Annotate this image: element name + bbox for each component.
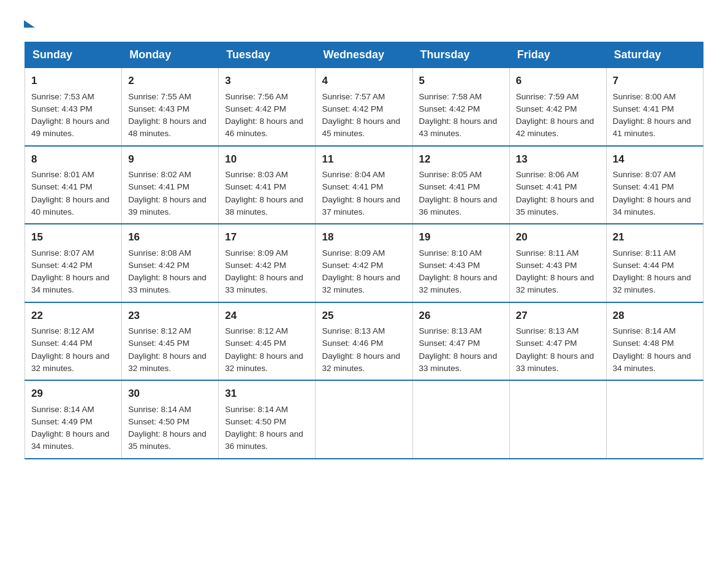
col-header-tuesday: Tuesday bbox=[219, 42, 316, 68]
day-number: 27 bbox=[516, 308, 600, 324]
day-number: 22 bbox=[31, 308, 115, 324]
calendar-cell bbox=[412, 380, 509, 459]
calendar-cell: 20Sunrise: 8:11 AMSunset: 4:43 PMDayligh… bbox=[509, 224, 606, 302]
day-number: 9 bbox=[128, 151, 212, 167]
calendar-cell: 8Sunrise: 8:01 AMSunset: 4:41 PMDaylight… bbox=[25, 146, 122, 224]
day-number: 14 bbox=[613, 151, 697, 167]
day-number: 15 bbox=[31, 229, 115, 245]
day-number: 29 bbox=[31, 386, 115, 402]
day-number: 26 bbox=[419, 308, 503, 324]
calendar-header-row: SundayMondayTuesdayWednesdayThursdayFrid… bbox=[25, 42, 703, 68]
calendar-cell: 22Sunrise: 8:12 AMSunset: 4:44 PMDayligh… bbox=[25, 302, 122, 381]
calendar-cell: 16Sunrise: 8:08 AMSunset: 4:42 PMDayligh… bbox=[122, 224, 219, 302]
calendar-cell: 15Sunrise: 8:07 AMSunset: 4:42 PMDayligh… bbox=[25, 224, 122, 302]
calendar-cell: 14Sunrise: 8:07 AMSunset: 4:41 PMDayligh… bbox=[606, 146, 703, 224]
day-number: 8 bbox=[31, 151, 115, 167]
calendar-cell: 11Sunrise: 8:04 AMSunset: 4:41 PMDayligh… bbox=[316, 146, 412, 224]
calendar-cell: 28Sunrise: 8:14 AMSunset: 4:48 PMDayligh… bbox=[606, 302, 703, 381]
calendar-cell: 3Sunrise: 7:56 AMSunset: 4:42 PMDaylight… bbox=[219, 68, 316, 146]
calendar-cell: 7Sunrise: 8:00 AMSunset: 4:41 PMDaylight… bbox=[606, 68, 703, 146]
calendar-cell: 17Sunrise: 8:09 AMSunset: 4:42 PMDayligh… bbox=[219, 224, 316, 302]
calendar-cell: 24Sunrise: 8:12 AMSunset: 4:45 PMDayligh… bbox=[219, 302, 316, 381]
calendar-cell: 5Sunrise: 7:58 AMSunset: 4:42 PMDaylight… bbox=[412, 68, 509, 146]
day-number: 4 bbox=[322, 73, 406, 89]
calendar-cell: 30Sunrise: 8:14 AMSunset: 4:50 PMDayligh… bbox=[122, 380, 219, 459]
day-number: 1 bbox=[31, 73, 115, 89]
day-number: 20 bbox=[516, 229, 600, 245]
col-header-wednesday: Wednesday bbox=[316, 42, 412, 68]
calendar-cell bbox=[316, 380, 412, 459]
page-header bbox=[25, 18, 703, 29]
day-number: 24 bbox=[225, 308, 309, 324]
day-number: 23 bbox=[128, 308, 212, 324]
calendar-cell: 4Sunrise: 7:57 AMSunset: 4:42 PMDaylight… bbox=[316, 68, 412, 146]
day-number: 19 bbox=[419, 229, 503, 245]
calendar-cell: 13Sunrise: 8:06 AMSunset: 4:41 PMDayligh… bbox=[509, 146, 606, 224]
calendar-cell: 10Sunrise: 8:03 AMSunset: 4:41 PMDayligh… bbox=[219, 146, 316, 224]
calendar-cell: 12Sunrise: 8:05 AMSunset: 4:41 PMDayligh… bbox=[412, 146, 509, 224]
col-header-saturday: Saturday bbox=[606, 42, 703, 68]
logo-triangle-icon bbox=[24, 20, 35, 28]
calendar-cell: 1Sunrise: 7:53 AMSunset: 4:43 PMDaylight… bbox=[25, 68, 122, 146]
calendar-cell: 29Sunrise: 8:14 AMSunset: 4:49 PMDayligh… bbox=[25, 380, 122, 459]
calendar-cell: 27Sunrise: 8:13 AMSunset: 4:47 PMDayligh… bbox=[509, 302, 606, 381]
calendar-table: SundayMondayTuesdayWednesdayThursdayFrid… bbox=[25, 42, 703, 459]
day-number: 11 bbox=[322, 151, 406, 167]
day-number: 6 bbox=[516, 73, 600, 89]
calendar-cell bbox=[509, 380, 606, 459]
calendar-cell: 19Sunrise: 8:10 AMSunset: 4:43 PMDayligh… bbox=[412, 224, 509, 302]
day-number: 18 bbox=[322, 229, 406, 245]
day-number: 21 bbox=[613, 229, 697, 245]
col-header-sunday: Sunday bbox=[25, 42, 122, 68]
day-number: 7 bbox=[613, 73, 697, 89]
day-number: 28 bbox=[613, 308, 697, 324]
col-header-monday: Monday bbox=[122, 42, 219, 68]
day-number: 3 bbox=[225, 73, 309, 89]
calendar-cell bbox=[606, 380, 703, 459]
calendar-week-row: 8Sunrise: 8:01 AMSunset: 4:41 PMDaylight… bbox=[25, 146, 703, 224]
calendar-week-row: 22Sunrise: 8:12 AMSunset: 4:44 PMDayligh… bbox=[25, 302, 703, 381]
calendar-week-row: 1Sunrise: 7:53 AMSunset: 4:43 PMDaylight… bbox=[25, 68, 703, 146]
day-number: 17 bbox=[225, 229, 309, 245]
day-number: 2 bbox=[128, 73, 212, 89]
calendar-cell: 21Sunrise: 8:11 AMSunset: 4:44 PMDayligh… bbox=[606, 224, 703, 302]
calendar-cell: 6Sunrise: 7:59 AMSunset: 4:42 PMDaylight… bbox=[509, 68, 606, 146]
calendar-cell: 9Sunrise: 8:02 AMSunset: 4:41 PMDaylight… bbox=[122, 146, 219, 224]
day-number: 31 bbox=[225, 386, 309, 402]
calendar-week-row: 29Sunrise: 8:14 AMSunset: 4:49 PMDayligh… bbox=[25, 380, 703, 459]
calendar-cell: 18Sunrise: 8:09 AMSunset: 4:42 PMDayligh… bbox=[316, 224, 412, 302]
calendar-cell: 31Sunrise: 8:14 AMSunset: 4:50 PMDayligh… bbox=[219, 380, 316, 459]
day-number: 13 bbox=[516, 151, 600, 167]
day-number: 12 bbox=[419, 151, 503, 167]
day-number: 25 bbox=[322, 308, 406, 324]
day-number: 30 bbox=[128, 386, 212, 402]
calendar-cell: 2Sunrise: 7:55 AMSunset: 4:43 PMDaylight… bbox=[122, 68, 219, 146]
calendar-cell: 26Sunrise: 8:13 AMSunset: 4:47 PMDayligh… bbox=[412, 302, 509, 381]
calendar-week-row: 15Sunrise: 8:07 AMSunset: 4:42 PMDayligh… bbox=[25, 224, 703, 302]
day-number: 5 bbox=[419, 73, 503, 89]
day-number: 10 bbox=[225, 151, 309, 167]
logo bbox=[25, 18, 33, 29]
col-header-friday: Friday bbox=[509, 42, 606, 68]
calendar-cell: 25Sunrise: 8:13 AMSunset: 4:46 PMDayligh… bbox=[316, 302, 412, 381]
col-header-thursday: Thursday bbox=[412, 42, 509, 68]
calendar-cell: 23Sunrise: 8:12 AMSunset: 4:45 PMDayligh… bbox=[122, 302, 219, 381]
day-number: 16 bbox=[128, 229, 212, 245]
